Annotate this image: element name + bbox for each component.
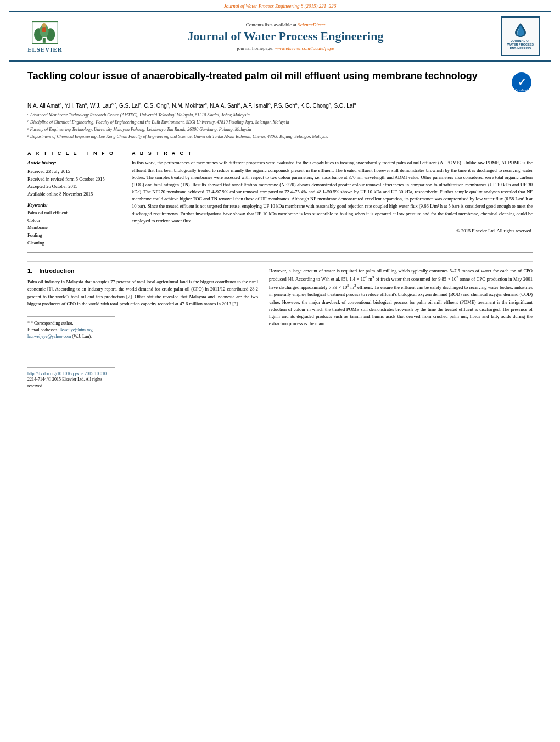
revised-date: Received in revised form 5 October 2015 <box>27 176 121 183</box>
elsevier-wordmark: ELSEVIER <box>27 46 63 53</box>
footnote-area: * * Corresponding author. E-mail address… <box>27 316 115 389</box>
email-link-2[interactable]: lau.weijeye@yahoo.com <box>27 334 71 339</box>
journal-logo-text: JOURNAL OF WATER PROCESS ENGINEERING <box>507 39 534 51</box>
authors-line: N.A. Ali Amata, Y.H. Tana, W.J. Laua,*, … <box>27 102 533 109</box>
journal-logo-area: JOURNAL OF WATER PROCESS ENGINEERING <box>499 16 542 56</box>
available-date: Available online 8 November 2015 <box>27 191 121 198</box>
footnote-bottom-divider: http://dx.doi.org/10.1016/j.jwpe.2015.10… <box>27 367 115 389</box>
main-content: 1. Introduction Palm oil industry in Mal… <box>27 261 533 389</box>
footnote-emails: E-mail addresses: lkweijye@utm.my, lau.w… <box>27 327 115 340</box>
article-body: Tackling colour issue of anaerobically-t… <box>0 62 560 397</box>
affiliation-a: a Advanced Membrane Technology Research … <box>27 112 533 119</box>
article-title: Tackling colour issue of anaerobically-t… <box>27 69 511 82</box>
article-info-column: A R T I C L E I N F O Article history: R… <box>27 150 121 247</box>
introduction-heading: 1. Introduction <box>27 267 258 274</box>
intro-right-text: However, a large amount of water is requ… <box>269 267 533 327</box>
affiliation-b: b Discipline of Chemical Engineering, Fa… <box>27 119 533 126</box>
article-history: Article history: Received 23 July 2015 R… <box>27 159 121 198</box>
article-history-label: Article history: <box>27 159 121 167</box>
footnote-corresponding: * * Corresponding author. <box>27 320 115 327</box>
keyword-5: Cleaning <box>27 239 121 247</box>
main-right-column: However, a large amount of water is requ… <box>269 267 533 389</box>
elsevier-tree-icon <box>31 20 59 45</box>
svg-point-4 <box>42 23 46 27</box>
keyword-4: Fouling <box>27 232 121 239</box>
keywords-label: Keywords: <box>27 202 121 208</box>
svg-text:CrossMark: CrossMark <box>515 88 529 92</box>
article-title-section: Tackling colour issue of anaerobically-t… <box>27 69 533 97</box>
email-link-1[interactable]: lkweijye@utm.my <box>60 327 92 332</box>
journal-top-link: Journal of Water Process Engineering 8 (… <box>0 0 560 11</box>
journal-homepage-line: journal homepage: www.elsevier.com/locat… <box>78 46 493 51</box>
keywords-section: Keywords: Palm oil mill effluent Colour … <box>27 202 121 247</box>
article-info-header: A R T I C L E I N F O <box>27 150 121 156</box>
keyword-3: Membrane <box>27 224 121 232</box>
section-number: 1. <box>27 267 32 274</box>
received-date: Received 23 July 2015 <box>27 168 121 176</box>
affiliation-c: c Faculty of Engineering Technology, Uni… <box>27 126 533 133</box>
abstract-header: A B S T R A C T <box>132 150 533 156</box>
affiliations: a Advanced Membrane Technology Research … <box>27 112 533 140</box>
abstract-column: A B S T R A C T In this work, the perfor… <box>132 150 533 247</box>
section-divider-1 <box>27 146 533 146</box>
journal-logo-box: JOURNAL OF WATER PROCESS ENGINEERING <box>501 16 540 56</box>
copyright-line: © 2015 Elsevier Ltd. All rights reserved… <box>132 228 533 233</box>
journal-header: ELSEVIER Contents lists available at Sci… <box>9 11 551 62</box>
issn-line: 2214-7144/© 2015 Elsevier Ltd. All right… <box>27 376 115 389</box>
main-left-column: 1. Introduction Palm oil industry in Mal… <box>27 267 258 389</box>
svg-rect-0 <box>43 38 46 42</box>
section-divider-2 <box>27 252 533 253</box>
water-drop-icon <box>513 22 528 37</box>
abstract-text: In this work, the performances of membra… <box>132 159 533 225</box>
keyword-1: Palm oil mill effluent <box>27 209 121 217</box>
svg-rect-5 <box>42 27 46 32</box>
journal-citation: Journal of Water Process Engineering 8 (… <box>224 3 337 9</box>
keyword-2: Colour <box>27 217 121 225</box>
journal-title: Journal of Water Process Engineering <box>78 29 493 43</box>
crossmark-badge: ✓ CrossMark <box>511 71 533 93</box>
page-wrapper: Journal of Water Process Engineering 8 (… <box>0 0 560 397</box>
doi-link[interactable]: http://dx.doi.org/10.1016/j.jwpe.2015.10… <box>27 371 107 376</box>
affiliation-d: d Department of Chemical Engineering, Le… <box>27 133 533 140</box>
svg-text:✓: ✓ <box>518 77 526 88</box>
sciencedirect-link[interactable]: ScienceDirect <box>298 22 325 27</box>
journal-header-center: Contents lists available at ScienceDirec… <box>72 22 499 51</box>
journal-homepage-url[interactable]: www.elsevier.com/locate/jwpe <box>275 46 334 51</box>
contents-available-line: Contents lists available at ScienceDirec… <box>78 22 493 27</box>
accepted-date: Accepted 26 October 2015 <box>27 183 121 191</box>
article-info-abstract-layout: A R T I C L E I N F O Article history: R… <box>27 150 533 247</box>
elsevier-logo-area: ELSEVIER <box>18 20 72 53</box>
intro-left-text: Palm oil industry in Malaysia that occup… <box>27 278 258 308</box>
